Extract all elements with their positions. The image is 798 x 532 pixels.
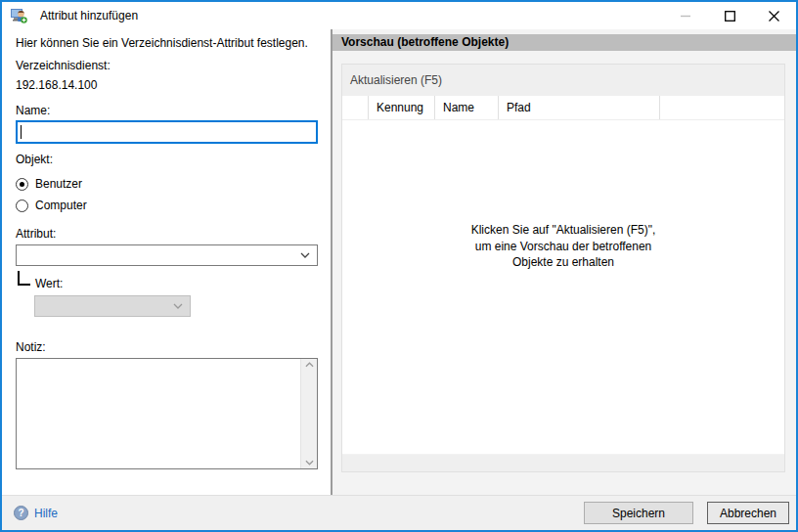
- directory-service-label: Verzeichnisdienst:: [16, 59, 111, 72]
- table-column-headers: Kennung Name Pfad: [342, 96, 784, 120]
- radio-benutzer[interactable]: Benutzer: [16, 177, 82, 191]
- close-icon: [769, 11, 779, 22]
- object-label: Objekt:: [16, 153, 53, 166]
- radio-computer-label: Computer: [35, 199, 87, 212]
- value-connector-line: [18, 271, 30, 286]
- chevron-down-icon: [300, 252, 310, 258]
- column-header-spacer: [342, 96, 368, 119]
- radio-computer-circle[interactable]: [16, 200, 28, 212]
- cancel-button[interactable]: Abbrechen: [707, 502, 789, 524]
- note-label: Notiz:: [16, 340, 46, 354]
- help-link[interactable]: ? Hilfe: [14, 506, 58, 520]
- empty-message-line1: Klicken Sie auf "Aktualisieren (F5)",: [342, 222, 784, 239]
- radio-benutzer-circle[interactable]: [16, 178, 28, 191]
- footer: ? Hilfe Speichern Abbrechen: [2, 495, 796, 530]
- name-input[interactable]: [16, 120, 318, 144]
- maximize-icon: [725, 11, 735, 22]
- dialog-attribut-hinzufuegen: Attribut hinzufügen Hier können Sie ein …: [0, 0, 798, 532]
- attribute-label: Attribut:: [16, 227, 56, 241]
- intro-text: Hier können Sie ein Verzeichnisdienst-At…: [16, 36, 308, 50]
- name-label: Name:: [16, 104, 50, 117]
- directory-service-value: 192.168.14.100: [16, 78, 97, 92]
- minimize-button[interactable]: [664, 2, 708, 29]
- table-body: Klicken Sie auf "Aktualisieren (F5)", um…: [342, 120, 784, 454]
- radio-computer[interactable]: Computer: [16, 199, 87, 212]
- column-header-name[interactable]: Name: [434, 96, 498, 119]
- preview-panel: Aktualisieren (F5) Kennung Name Pfad Kli…: [341, 64, 785, 472]
- chevron-down-icon: [173, 303, 183, 309]
- window-controls: [664, 2, 796, 29]
- radio-benutzer-label: Benutzer: [35, 177, 82, 191]
- refresh-command[interactable]: Aktualisieren (F5): [342, 65, 784, 96]
- preview-header: Vorschau (betroffene Objekte): [332, 34, 796, 51]
- title-bar: Attribut hinzufügen: [2, 2, 796, 29]
- column-header-pfad[interactable]: Pfad: [498, 96, 659, 119]
- note-scrollbar[interactable]: [300, 359, 317, 468]
- value-dropdown: [34, 295, 191, 317]
- help-icon: ?: [14, 506, 28, 520]
- column-header-rest: [659, 96, 784, 119]
- maximize-button[interactable]: [708, 2, 752, 29]
- window-title: Attribut hinzufügen: [40, 9, 138, 22]
- help-label: Hilfe: [34, 507, 58, 520]
- close-button[interactable]: [752, 2, 796, 29]
- empty-message-line3: Objekte zu erhalten: [342, 254, 784, 271]
- text-caret: [21, 125, 22, 139]
- column-header-kennung[interactable]: Kennung: [368, 96, 434, 119]
- value-label: Wert:: [35, 277, 63, 290]
- preview-area: Vorschau (betroffene Objekte) Aktualisie…: [332, 29, 796, 495]
- app-icon: [11, 8, 27, 23]
- note-textarea[interactable]: [16, 358, 318, 469]
- scroll-up-icon[interactable]: [305, 362, 314, 368]
- main-area: Hier können Sie ein Verzeichnisdienst-At…: [2, 29, 796, 495]
- attribute-dropdown[interactable]: [16, 244, 318, 266]
- note-text-content[interactable]: [17, 359, 300, 468]
- save-button[interactable]: Speichern: [584, 502, 693, 524]
- empty-message-line2: um eine Vorschau der betroffenen: [342, 239, 784, 255]
- scroll-down-icon[interactable]: [305, 460, 314, 466]
- minimize-icon: [681, 11, 691, 22]
- form-panel: Hier können Sie ein Verzeichnisdienst-At…: [2, 29, 332, 495]
- empty-preview-message: Klicken Sie auf "Aktualisieren (F5)", um…: [342, 222, 784, 271]
- panel-bottom-strip: [342, 454, 784, 471]
